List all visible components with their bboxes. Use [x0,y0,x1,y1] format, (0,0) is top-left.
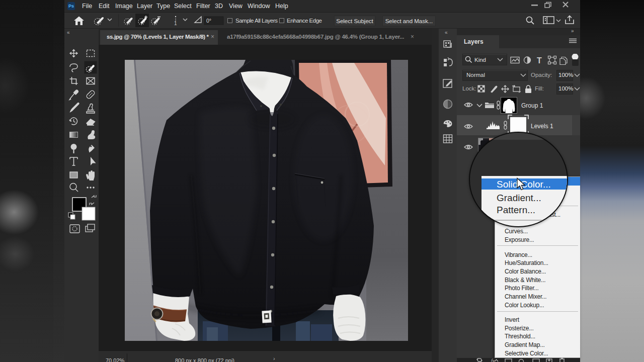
svg-text:0°: 0° [206,18,211,24]
svg-text:1: 1 [174,21,177,26]
svg-text:fx: fx [491,358,495,362]
svg-text:Kind: Kind [474,57,486,63]
svg-text:T: T [537,56,542,65]
